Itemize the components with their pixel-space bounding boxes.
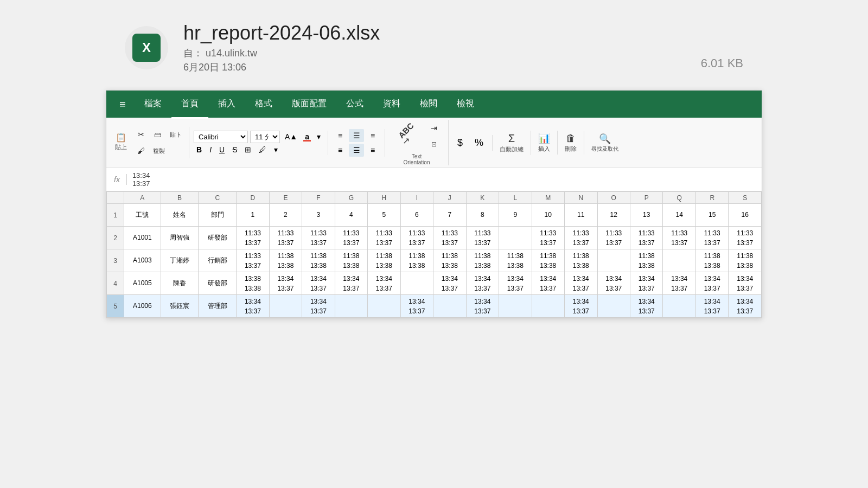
font-size-select[interactable]: 11 分 bbox=[250, 131, 280, 143]
table-cell[interactable]: 11:3313:37 bbox=[302, 227, 335, 249]
table-cell[interactable]: 研發部 bbox=[199, 227, 237, 249]
table-cell[interactable] bbox=[499, 295, 532, 318]
table-cell[interactable]: 13:3413:37 bbox=[499, 272, 532, 295]
table-cell[interactable] bbox=[269, 295, 302, 318]
table-cell[interactable]: 11:3313:37 bbox=[565, 227, 597, 249]
table-cell[interactable]: 5 bbox=[368, 204, 400, 227]
merge-cells-button[interactable]: ⊡ bbox=[424, 137, 444, 152]
table-cell[interactable]: 11:3313:37 bbox=[695, 227, 728, 249]
table-cell[interactable]: A1005 bbox=[124, 272, 161, 295]
table-cell[interactable]: 研發部 bbox=[199, 272, 237, 295]
highlight-dropdown[interactable]: ▾ bbox=[271, 144, 280, 155]
percent-button[interactable]: % bbox=[470, 135, 488, 151]
col-header-o[interactable]: O bbox=[597, 192, 630, 204]
table-cell[interactable] bbox=[532, 295, 564, 318]
col-header-j[interactable]: J bbox=[433, 192, 466, 204]
table-cell[interactable]: 15 bbox=[695, 204, 728, 227]
table-cell[interactable]: 管理部 bbox=[199, 295, 237, 318]
table-cell[interactable]: 13:3413:37 bbox=[565, 272, 597, 295]
table-cell[interactable]: A1003 bbox=[124, 249, 161, 272]
highlight-button[interactable]: 🖊 bbox=[256, 144, 269, 155]
align-center-button[interactable]: ☰ bbox=[349, 129, 364, 142]
table-cell[interactable]: 周智強 bbox=[161, 227, 199, 249]
hamburger-menu[interactable]: ≡ bbox=[111, 93, 135, 116]
table-cell[interactable]: 11:3313:37 bbox=[237, 227, 269, 249]
table-cell[interactable]: 11:3313:37 bbox=[269, 227, 302, 249]
table-cell[interactable]: 13:3413:37 bbox=[466, 295, 499, 318]
col-header-r[interactable]: R bbox=[695, 192, 728, 204]
table-row[interactable]: 5A1006張鈺宸管理部13:3413:3713:3413:3713:3413:… bbox=[107, 295, 762, 318]
table-cell[interactable]: 13:3413:37 bbox=[597, 272, 630, 295]
italic-button[interactable]: I bbox=[207, 144, 214, 155]
menu-item-home[interactable]: 首頁 bbox=[171, 90, 208, 119]
table-cell[interactable]: 11:3813:38 bbox=[466, 249, 499, 272]
col-header-c[interactable]: C bbox=[199, 192, 237, 204]
table-cell[interactable]: 13:3813:38 bbox=[237, 272, 269, 295]
col-header-n[interactable]: N bbox=[565, 192, 597, 204]
menu-item-formula[interactable]: 公式 bbox=[336, 90, 373, 119]
align-bottom-left-button[interactable]: ≡ bbox=[333, 144, 348, 157]
col-header-f[interactable]: F bbox=[302, 192, 335, 204]
paste-special-button[interactable]: 貼ト bbox=[167, 127, 184, 142]
menu-item-review[interactable]: 檢閱 bbox=[410, 90, 447, 119]
table-cell[interactable]: 13:3413:37 bbox=[532, 272, 564, 295]
table-cell[interactable]: 11:3813:38 bbox=[630, 249, 663, 272]
cut-button[interactable]: ✂ bbox=[133, 127, 149, 142]
table-cell[interactable]: 10 bbox=[532, 204, 564, 227]
table-cell[interactable] bbox=[433, 295, 466, 318]
table-cell[interactable]: 8 bbox=[466, 204, 499, 227]
table-cell[interactable]: 13:3413:37 bbox=[630, 272, 663, 295]
menu-item-file[interactable]: 檔案 bbox=[135, 90, 171, 119]
table-cell[interactable]: A1001 bbox=[124, 227, 161, 249]
table-cell[interactable]: 11:3813:38 bbox=[499, 249, 532, 272]
table-cell[interactable]: 2 bbox=[269, 204, 302, 227]
table-cell[interactable]: 11:3313:37 bbox=[532, 227, 564, 249]
table-cell[interactable]: 9 bbox=[499, 204, 532, 227]
table-cell[interactable]: 13:3413:37 bbox=[400, 295, 433, 318]
insert-button[interactable]: 📊 插入 bbox=[535, 131, 553, 155]
table-cell[interactable] bbox=[597, 249, 630, 272]
col-header-k[interactable]: K bbox=[466, 192, 499, 204]
table-cell[interactable]: 3 bbox=[302, 204, 335, 227]
table-cell[interactable]: 11:3313:37 bbox=[597, 227, 630, 249]
col-header-h[interactable]: H bbox=[368, 192, 400, 204]
menu-item-insert[interactable]: 插入 bbox=[208, 90, 245, 119]
table-cell[interactable]: 11:3813:38 bbox=[565, 249, 597, 272]
table-cell[interactable] bbox=[400, 272, 433, 295]
table-cell[interactable]: 11:3313:37 bbox=[466, 227, 499, 249]
table-cell[interactable]: 11:3313:37 bbox=[400, 227, 433, 249]
table-cell[interactable]: 行銷部 bbox=[199, 249, 237, 272]
table-cell[interactable]: 11:3813:38 bbox=[729, 249, 762, 272]
table-cell[interactable]: 11:3813:38 bbox=[695, 249, 728, 272]
align-bottom-right-button[interactable]: ≡ bbox=[365, 144, 380, 157]
table-cell[interactable]: 13:3413:37 bbox=[433, 272, 466, 295]
align-top-left-button[interactable]: ≡ bbox=[333, 129, 348, 142]
table-row[interactable]: 2A1001周智強研發部11:3313:3711:3313:3711:3313:… bbox=[107, 227, 762, 249]
menu-item-data[interactable]: 資料 bbox=[373, 90, 410, 119]
table-cell[interactable]: 13:3413:37 bbox=[269, 272, 302, 295]
col-header-s[interactable]: S bbox=[729, 192, 762, 204]
col-header-d[interactable]: D bbox=[237, 192, 269, 204]
table-cell[interactable]: 11:3813:38 bbox=[302, 249, 335, 272]
table-cell[interactable]: 部門 bbox=[199, 204, 237, 227]
table-cell[interactable]: 11:3313:37 bbox=[630, 227, 663, 249]
table-cell[interactable] bbox=[663, 295, 695, 318]
menu-item-layout[interactable]: 版面配置 bbox=[282, 90, 336, 119]
paste-button[interactable]: 📋 貼上 bbox=[111, 127, 131, 156]
align-right-button[interactable]: ≡ bbox=[365, 129, 380, 142]
table-cell[interactable]: 7 bbox=[433, 204, 466, 227]
table-cell[interactable]: 13:3413:37 bbox=[302, 272, 335, 295]
table-cell[interactable] bbox=[597, 295, 630, 318]
table-cell[interactable]: 13:3413:37 bbox=[466, 272, 499, 295]
table-cell[interactable]: 13:3413:37 bbox=[237, 295, 269, 318]
table-cell[interactable]: 13:3413:37 bbox=[630, 295, 663, 318]
table-cell[interactable]: 13:3413:37 bbox=[302, 295, 335, 318]
text-orientation-button[interactable]: ABC ↗ bbox=[390, 120, 422, 152]
table-cell[interactable]: 13:3413:37 bbox=[729, 295, 762, 318]
font-color-dropdown[interactable]: ▾ bbox=[314, 131, 323, 142]
wrap-text-button[interactable]: ⇥ bbox=[424, 120, 444, 136]
dollar-button[interactable]: $ bbox=[453, 135, 467, 151]
table-cell[interactable]: 13:3413:37 bbox=[368, 272, 400, 295]
table-cell[interactable]: 13:3413:37 bbox=[663, 272, 695, 295]
table-cell[interactable]: 13 bbox=[630, 204, 663, 227]
